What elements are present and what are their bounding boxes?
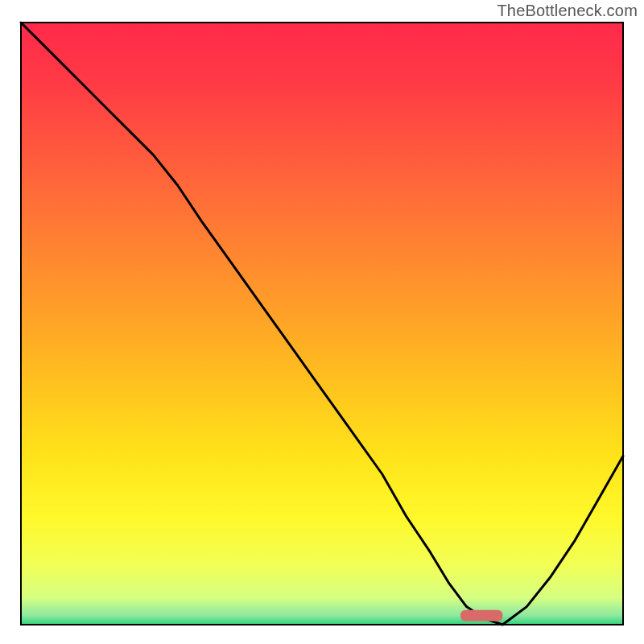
bottleneck-chart <box>0 0 644 644</box>
optimal-marker <box>460 610 502 621</box>
chart-frame: TheBottleneck.com <box>0 0 644 644</box>
watermark-text: TheBottleneck.com <box>497 2 638 20</box>
